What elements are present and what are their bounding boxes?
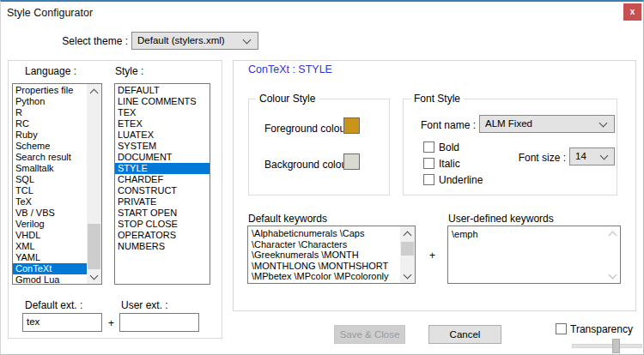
list-item[interactable]: STYLE [115, 163, 210, 174]
scrollbar-thumb[interactable] [401, 242, 414, 256]
user-ext-label: User ext. : [121, 299, 168, 311]
list-item[interactable]: ConTeXt [13, 263, 87, 274]
scroll-down-icon [605, 268, 620, 283]
font-name-select[interactable]: ALM Fixed [479, 115, 615, 133]
list-item[interactable]: Ruby [15, 129, 87, 141]
list-item[interactable]: Python [15, 96, 87, 107]
list-item[interactable]: NUMBERS [118, 241, 210, 252]
list-item[interactable]: XML [15, 241, 87, 252]
default-ext-label: Default ext. : [25, 299, 82, 311]
scroll-down-icon[interactable] [400, 268, 415, 283]
list-item[interactable]: CHARDEF [118, 174, 210, 185]
list-item: \Character \Characters [252, 239, 400, 250]
language-label: Language : [25, 65, 76, 77]
default-keywords-scrollbar[interactable] [400, 226, 415, 283]
list-item[interactable]: TEX [118, 107, 210, 118]
style-list: DEFAULTLINE COMMENTSTEXETEXLUATEXSYSTEMD… [115, 84, 210, 284]
list-item: \Greeknumerals \MONTH [252, 250, 400, 261]
font-size-label: Font size : [516, 152, 566, 164]
list-item[interactable]: LINE COMMENTS [118, 96, 210, 107]
list-item[interactable]: STOP CLOSE [118, 219, 210, 230]
keywords-plus-sign: + [429, 250, 435, 262]
style-listbox[interactable]: DEFAULTLINE COMMENTSTEXETEXLUATEXSYSTEMD… [114, 83, 210, 285]
font-name-value: ALM Fixed [485, 118, 532, 129]
user-keywords-box[interactable]: \emph [447, 226, 621, 284]
list-item[interactable]: VB / VBS [15, 208, 87, 219]
list-item[interactable]: OPERATORS [118, 230, 210, 241]
list-item[interactable]: Verilog [15, 219, 87, 230]
font-size-value: 14 [575, 151, 586, 161]
underline-label: Underline [439, 174, 483, 186]
bold-label: Bold [439, 141, 459, 153]
list-item[interactable]: Scheme [15, 141, 87, 152]
list-item[interactable]: Smalltalk [15, 163, 87, 174]
background-colour-label: Background colour [264, 159, 350, 171]
list-item[interactable]: YAML [15, 252, 87, 263]
list-item[interactable]: DEFAULT [118, 85, 210, 96]
scroll-up-icon[interactable] [400, 226, 415, 241]
default-keywords-box[interactable]: \Alphabeticnumerals \Caps\Character \Cha… [247, 226, 416, 284]
list-item[interactable]: Gmod Lua [15, 274, 87, 285]
style-label: Style : [115, 65, 143, 77]
close-button[interactable]: x [623, 3, 641, 21]
transparency-label: Transparency [570, 323, 633, 335]
list-item[interactable]: SQL [15, 174, 87, 185]
default-ext-input[interactable]: tex [22, 313, 102, 332]
transparency-slider-thumb[interactable] [612, 339, 620, 353]
user-keywords-scrollbar[interactable] [605, 226, 620, 283]
font-name-label: Font name : [411, 119, 476, 131]
chevron-down-icon [243, 36, 252, 45]
bold-checkbox[interactable] [423, 141, 434, 153]
list-item[interactable]: SYSTEM [118, 141, 210, 152]
list-item[interactable]: VHDL [15, 230, 87, 241]
language-scrollbar[interactable] [87, 84, 101, 284]
current-selection-header: ConTeXt : STYLE [248, 63, 332, 75]
save-close-button[interactable]: Save & Close [334, 325, 405, 344]
user-keywords-label: User-defined keywords [448, 213, 554, 225]
underline-checkbox[interactable] [423, 174, 434, 185]
list-item[interactable]: RC [15, 118, 87, 129]
chevron-down-icon [600, 152, 609, 160]
user-ext-input[interactable] [119, 313, 199, 332]
scroll-down-icon[interactable] [87, 269, 101, 284]
list-item[interactable]: Properties file [15, 85, 87, 96]
language-list: Properties filePythonRRCRubySchemeSearch… [13, 84, 87, 284]
scroll-up-icon[interactable] [87, 84, 101, 99]
list-item[interactable]: Search result [15, 152, 87, 163]
list-item[interactable]: START OPEN [118, 208, 210, 219]
list-item[interactable]: TCL [15, 185, 87, 196]
list-item[interactable]: LUATEX [118, 129, 210, 141]
user-keywords-text: \emph [452, 229, 478, 239]
window-title: Style Configurator [7, 7, 93, 19]
list-item: \MPbetex \MPcolor \MPcoloronly [252, 271, 400, 282]
foreground-colour-swatch[interactable] [343, 117, 360, 134]
font-size-select[interactable]: 14 [569, 147, 615, 165]
transparency-slider-track[interactable] [572, 344, 642, 348]
list-item[interactable]: TeX [15, 196, 87, 208]
theme-select[interactable]: Default (stylers.xml) [131, 32, 258, 50]
background-colour-swatch[interactable] [343, 153, 360, 170]
foreground-colour-label: Foreground colour [264, 123, 349, 135]
default-keywords-label: Default keywords [248, 213, 327, 225]
list-item[interactable]: R [15, 107, 87, 118]
list-item[interactable]: DOCUMENT [118, 152, 210, 163]
italic-label: Italic [439, 158, 460, 170]
italic-checkbox[interactable] [423, 158, 434, 169]
theme-select-value: Default (stylers.xml) [137, 35, 225, 45]
list-item: \Alphabeticnumerals \Caps [252, 228, 400, 239]
colour-style-fieldset: Colour Style [248, 99, 390, 196]
language-listbox[interactable]: Properties filePythonRRCRubySchemeSearch… [12, 83, 102, 285]
font-style-title: Font Style [410, 93, 464, 105]
select-theme-label: Select theme : [52, 35, 128, 47]
transparency-checkbox[interactable] [556, 323, 567, 334]
list-item[interactable]: PRIVATE [118, 196, 210, 208]
default-keywords-text: \Alphabeticnumerals \Caps\Character \Cha… [248, 226, 400, 283]
list-item[interactable]: CONSTRUCT [118, 185, 210, 196]
cancel-button[interactable]: Cancel [428, 325, 501, 344]
scrollbar-thumb[interactable] [88, 224, 100, 270]
list-item[interactable]: ETEX [118, 118, 210, 129]
list-item: \MONTHLONG \MONTHSHORT [252, 261, 400, 272]
scroll-up-icon [605, 226, 620, 241]
style-configurator-dialog: Style Configurator x Select theme : Defa… [0, 0, 644, 355]
colour-style-title: Colour Style [256, 93, 319, 105]
